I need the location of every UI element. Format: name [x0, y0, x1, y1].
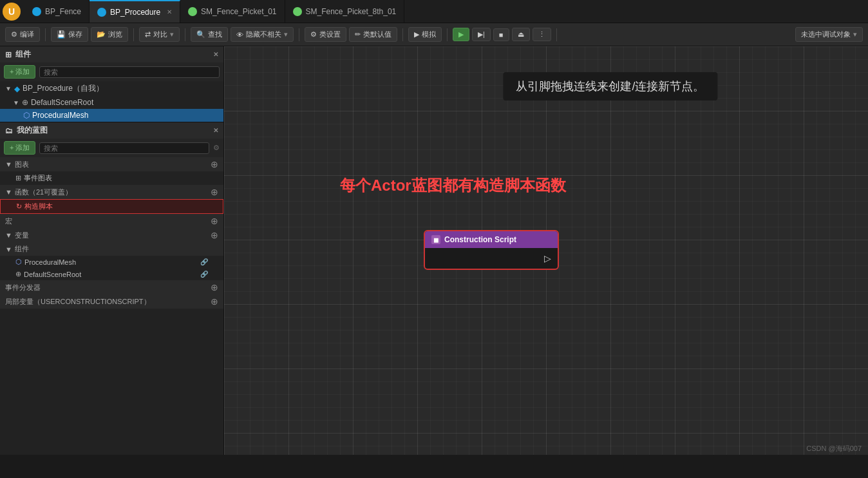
tree-item-defaultsceneroot[interactable]: ▼ ⊕ DefaultSceneRoot: [0, 96, 223, 109]
class-default-label: 类默认值: [363, 30, 392, 39]
bp-section-graphs[interactable]: ▼ 图表 ⊕: [0, 157, 223, 171]
bp-section-local-variables[interactable]: 局部变量（USERCONSTRUCTIONSCRIPT） ⊕: [0, 294, 223, 309]
tree-label-scene: DefaultSceneRoot: [31, 98, 93, 107]
find-icon: 🔍: [196, 30, 205, 39]
bp-item-proceduralmesh[interactable]: ⬡ ProceduralMesh 🔗: [0, 256, 223, 268]
save-button[interactable]: 💾 保存: [51, 27, 88, 42]
browse-button[interactable]: 📂 浏览: [91, 27, 128, 42]
stop-button[interactable]: ■: [493, 28, 509, 41]
components-add-label: + 添加: [10, 67, 30, 77]
components-title: 组件: [15, 49, 31, 60]
bp-item-defaultsceneroot[interactable]: ⊕ DefaultSceneRoot 🔗: [0, 268, 223, 280]
more-icon: ⋮: [538, 30, 545, 39]
tree-item-bp-procedure[interactable]: ▼ ◆ BP_Procedure（自我）: [0, 81, 223, 96]
event-dispatchers-label: 事件分发器: [5, 283, 41, 292]
scene-type-icon: 🔗: [200, 271, 208, 278]
tab-icon-sm-fence: [188, 7, 197, 16]
graphs-add-icon[interactable]: ⊕: [211, 159, 218, 169]
node-body: ▷: [425, 248, 558, 269]
bp-section-variables[interactable]: ▼ 变量 ⊕: [0, 228, 223, 242]
class-settings-label: 类设置: [319, 30, 341, 39]
step-button[interactable]: ▶|: [472, 28, 491, 41]
tree-item-proceduralmesh[interactable]: ⬡ ProceduralMesh: [0, 109, 223, 122]
blueprint-icon: 🗂: [5, 126, 13, 135]
tree-label-bp: BP_Procedure（自我）: [23, 83, 104, 94]
run-icon: ▶: [458, 30, 464, 39]
node-exec-pin[interactable]: ▷: [544, 253, 551, 263]
top-bar: U BP_Fence BP_Procedure ✕ SM_Fence_Picke…: [0, 0, 868, 23]
find-button[interactable]: 🔍 查找: [191, 27, 228, 42]
bp-item-construction-script[interactable]: ↻ 构造脚本: [0, 199, 223, 214]
construction-script-label: 构造脚本: [24, 202, 53, 211]
tab-sm-fence-picket-8th[interactable]: SM_Fence_Picket_8th_01: [285, 0, 405, 23]
bp-section-functions[interactable]: ▼ 函数（21可覆盖） ⊕: [0, 185, 223, 199]
run-button[interactable]: ▶: [453, 28, 469, 41]
components-search-input[interactable]: [39, 66, 220, 78]
canvas-area: f Construction Scr... ✕ ⊞ 事件图表 ▾ ← → f B…: [224, 46, 868, 455]
eject-button[interactable]: ⏏: [512, 28, 530, 41]
blueprint-search-input[interactable]: [39, 142, 209, 154]
variables-add-icon[interactable]: ⊕: [211, 230, 218, 240]
components-section-label: 组件: [15, 244, 29, 254]
tab-close-bp-procedure[interactable]: ✕: [167, 8, 172, 15]
local-variables-add-icon[interactable]: ⊕: [211, 296, 218, 307]
gear-icon[interactable]: ⚙: [213, 144, 220, 152]
tab-sm-fence-picket[interactable]: SM_Fence_Picket_01: [180, 0, 285, 23]
components-add-button[interactable]: + 添加: [4, 65, 35, 79]
tab-bp-fence[interactable]: BP_Fence: [24, 0, 90, 23]
event-dispatchers-add-icon[interactable]: ⊕: [211, 282, 218, 292]
hide-dropdown-icon: ▾: [284, 30, 288, 39]
tree-arrow-bp: ▼: [5, 85, 12, 92]
bp-icon: ◆: [14, 84, 20, 93]
macros-label: 宏: [5, 216, 12, 226]
components-toolbar: + 添加: [0, 62, 223, 81]
canvas-grid[interactable]: 从引脚拖拽连线来创建/连接新节点。 每个Actor蓝图都有构造脚本函数 ◼ Co…: [224, 46, 868, 455]
compile-label: 编译: [20, 30, 34, 39]
status-text: CSDN @海码007: [806, 445, 862, 452]
hide-label: 隐藏不相关: [246, 30, 281, 39]
toolbar-divider-5: [402, 28, 403, 41]
bp-section-components[interactable]: ▼ 组件: [0, 242, 223, 256]
class-default-button[interactable]: ✏ 类默认值: [349, 27, 397, 42]
compile-icon: ⚙: [11, 30, 17, 39]
defaultsceneroot-label: DefaultSceneRoot: [24, 271, 81, 278]
save-label: 保存: [68, 30, 82, 39]
blueprint-add-button[interactable]: + 添加: [4, 141, 35, 155]
bp-item-event-graph[interactable]: ⊞ 事件图表: [0, 171, 223, 185]
tab-label-bp-fence: BP_Fence: [45, 7, 81, 16]
step-icon: ▶|: [478, 30, 485, 39]
components-icon: ⊞: [5, 50, 12, 59]
find-label: 查找: [208, 30, 222, 39]
compile-button[interactable]: ⚙ 编译: [5, 27, 40, 42]
graphs-label: 图表: [15, 160, 29, 169]
diff-button[interactable]: ⇄ 对比 ▾: [139, 27, 180, 42]
class-settings-icon: ⚙: [310, 30, 317, 39]
more-button[interactable]: ⋮: [533, 28, 551, 41]
components-section: ⊞ 组件 ✕ + 添加 ▼ ◆ BP_Procedure（自我） ▼ ⊕: [0, 46, 223, 122]
tree-label-mesh: ProceduralMesh: [32, 111, 88, 120]
tab-bp-procedure[interactable]: BP_Procedure ✕: [90, 0, 180, 23]
components-header: ⊞ 组件 ✕: [0, 46, 223, 62]
toolbar-divider-7: [556, 28, 557, 41]
eject-icon: ⏏: [518, 30, 524, 39]
variables-arrow: ▼: [5, 231, 12, 239]
class-settings-button[interactable]: ⚙ 类设置: [305, 27, 346, 42]
blueprint-panel-close[interactable]: ✕: [213, 127, 218, 134]
simulate-button[interactable]: ▶ 模拟: [408, 27, 442, 42]
browse-label: 浏览: [108, 30, 122, 39]
bp-section-macros[interactable]: 宏 ⊕: [0, 214, 223, 228]
construction-script-node[interactable]: ◼ Construction Script ▷: [424, 230, 559, 270]
tab-icon-sm-fence-8th: [293, 7, 302, 16]
functions-add-icon[interactable]: ⊕: [211, 187, 218, 197]
blueprint-panel-header: 🗂 我的蓝图 ✕: [0, 122, 223, 139]
hide-button[interactable]: 👁 隐藏不相关 ▾: [231, 27, 294, 42]
simulate-icon: ▶: [414, 30, 419, 39]
components-close[interactable]: ✕: [213, 51, 218, 58]
bp-section-event-dispatchers[interactable]: 事件分发器 ⊕: [0, 280, 223, 294]
macros-add-icon[interactable]: ⊕: [211, 216, 218, 226]
simulate-label: 模拟: [422, 30, 436, 39]
browse-icon: 📂: [97, 30, 106, 39]
event-graph-icon: ⊞: [15, 174, 21, 182]
debug-button[interactable]: 未选中调试对象 ▾: [795, 27, 863, 42]
diff-dropdown-icon: ▾: [170, 30, 174, 39]
